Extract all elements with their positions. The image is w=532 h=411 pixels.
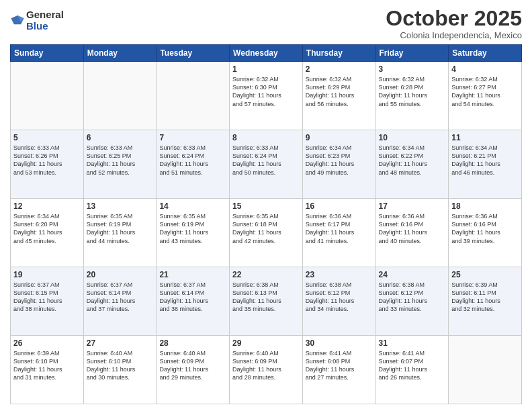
- table-cell: 23Sunrise: 6:38 AM Sunset: 6:12 PM Dayli…: [302, 267, 375, 336]
- logo: General Blue: [10, 9, 64, 32]
- table-cell: 2Sunrise: 6:32 AM Sunset: 6:29 PM Daylig…: [302, 62, 375, 130]
- page: General Blue October 2025 Colonia Indepe…: [0, 0, 532, 411]
- table-cell: 13Sunrise: 6:35 AM Sunset: 6:19 PM Dayli…: [83, 199, 157, 267]
- day-info: Sunrise: 6:32 AM Sunset: 6:29 PM Dayligh…: [306, 75, 373, 108]
- calendar-week-row: 12Sunrise: 6:34 AM Sunset: 6:20 PM Dayli…: [11, 199, 522, 267]
- table-cell: 11Sunrise: 6:34 AM Sunset: 6:21 PM Dayli…: [449, 130, 522, 199]
- col-saturday: Saturday: [449, 45, 522, 62]
- table-cell: 16Sunrise: 6:36 AM Sunset: 6:17 PM Dayli…: [302, 199, 375, 267]
- title-block: October 2025 Colonia Independencia, Mexi…: [386, 7, 522, 40]
- day-number: 1: [232, 64, 300, 74]
- day-number: 19: [13, 270, 81, 279]
- day-number: 23: [306, 270, 373, 279]
- table-cell: 9Sunrise: 6:34 AM Sunset: 6:23 PM Daylig…: [302, 130, 375, 199]
- table-cell: 28Sunrise: 6:40 AM Sunset: 6:09 PM Dayli…: [157, 336, 230, 404]
- table-cell: 14Sunrise: 6:35 AM Sunset: 6:19 PM Dayli…: [157, 199, 230, 267]
- day-number: 13: [87, 201, 154, 211]
- day-number: 31: [379, 338, 446, 348]
- calendar-header-row: Sunday Monday Tuesday Wednesday Thursday…: [11, 45, 522, 62]
- table-cell: 6Sunrise: 6:33 AM Sunset: 6:25 PM Daylig…: [83, 130, 157, 199]
- calendar-week-row: 26Sunrise: 6:39 AM Sunset: 6:10 PM Dayli…: [11, 336, 522, 404]
- header: General Blue October 2025 Colonia Indepe…: [10, 7, 522, 40]
- day-info: Sunrise: 6:34 AM Sunset: 6:20 PM Dayligh…: [13, 212, 81, 245]
- subtitle: Colonia Independencia, Mexico: [386, 30, 522, 40]
- day-number: 2: [306, 64, 373, 74]
- table-cell: 4Sunrise: 6:32 AM Sunset: 6:27 PM Daylig…: [449, 62, 522, 130]
- table-cell: 21Sunrise: 6:37 AM Sunset: 6:14 PM Dayli…: [157, 267, 230, 336]
- day-info: Sunrise: 6:39 AM Sunset: 6:10 PM Dayligh…: [13, 349, 81, 382]
- day-info: Sunrise: 6:40 AM Sunset: 6:09 PM Dayligh…: [159, 349, 226, 382]
- day-info: Sunrise: 6:33 AM Sunset: 6:26 PM Dayligh…: [13, 144, 81, 177]
- calendar-week-row: 19Sunrise: 6:37 AM Sunset: 6:15 PM Dayli…: [11, 267, 522, 336]
- day-info: Sunrise: 6:33 AM Sunset: 6:24 PM Dayligh…: [232, 144, 300, 177]
- day-info: Sunrise: 6:38 AM Sunset: 6:12 PM Dayligh…: [306, 281, 373, 314]
- table-cell: 26Sunrise: 6:39 AM Sunset: 6:10 PM Dayli…: [11, 336, 84, 404]
- day-info: Sunrise: 6:41 AM Sunset: 6:08 PM Dayligh…: [306, 349, 373, 382]
- day-info: Sunrise: 6:36 AM Sunset: 6:16 PM Dayligh…: [379, 212, 446, 245]
- table-cell: 10Sunrise: 6:34 AM Sunset: 6:22 PM Dayli…: [375, 130, 449, 199]
- table-cell: 30Sunrise: 6:41 AM Sunset: 6:08 PM Dayli…: [302, 336, 375, 404]
- day-info: Sunrise: 6:38 AM Sunset: 6:12 PM Dayligh…: [379, 281, 446, 314]
- day-number: 18: [451, 201, 519, 211]
- table-cell: 8Sunrise: 6:33 AM Sunset: 6:24 PM Daylig…: [230, 130, 303, 199]
- col-wednesday: Wednesday: [230, 45, 303, 62]
- day-number: 6: [87, 133, 154, 142]
- day-number: 28: [159, 338, 226, 348]
- col-friday: Friday: [375, 45, 449, 62]
- day-info: Sunrise: 6:37 AM Sunset: 6:15 PM Dayligh…: [13, 281, 81, 314]
- day-number: 11: [451, 133, 519, 142]
- table-cell: 25Sunrise: 6:39 AM Sunset: 6:11 PM Dayli…: [449, 267, 522, 336]
- day-info: Sunrise: 6:41 AM Sunset: 6:07 PM Dayligh…: [379, 349, 446, 382]
- day-info: Sunrise: 6:32 AM Sunset: 6:27 PM Dayligh…: [451, 75, 519, 108]
- table-cell: 29Sunrise: 6:40 AM Sunset: 6:09 PM Dayli…: [230, 336, 303, 404]
- day-info: Sunrise: 6:35 AM Sunset: 6:18 PM Dayligh…: [232, 212, 300, 245]
- day-number: 16: [306, 201, 373, 211]
- day-number: 29: [232, 338, 300, 348]
- day-number: 12: [13, 201, 81, 211]
- table-cell: 24Sunrise: 6:38 AM Sunset: 6:12 PM Dayli…: [375, 267, 449, 336]
- day-info: Sunrise: 6:36 AM Sunset: 6:16 PM Dayligh…: [451, 212, 519, 245]
- col-tuesday: Tuesday: [157, 45, 230, 62]
- day-number: 21: [159, 270, 226, 279]
- day-number: 15: [232, 201, 300, 211]
- table-cell: 12Sunrise: 6:34 AM Sunset: 6:20 PM Dayli…: [11, 199, 84, 267]
- day-number: 5: [13, 133, 81, 142]
- day-info: Sunrise: 6:38 AM Sunset: 6:13 PM Dayligh…: [232, 281, 300, 314]
- table-cell: 3Sunrise: 6:32 AM Sunset: 6:28 PM Daylig…: [375, 62, 449, 130]
- table-cell: 5Sunrise: 6:33 AM Sunset: 6:26 PM Daylig…: [11, 130, 84, 199]
- day-number: 24: [379, 270, 446, 279]
- day-info: Sunrise: 6:40 AM Sunset: 6:09 PM Dayligh…: [232, 349, 300, 382]
- table-cell: 1Sunrise: 6:32 AM Sunset: 6:30 PM Daylig…: [230, 62, 303, 130]
- day-number: 17: [379, 201, 446, 211]
- logo-icon: [10, 13, 25, 28]
- day-info: Sunrise: 6:36 AM Sunset: 6:17 PM Dayligh…: [306, 212, 373, 245]
- day-info: Sunrise: 6:40 AM Sunset: 6:10 PM Dayligh…: [87, 349, 154, 382]
- day-number: 7: [159, 133, 226, 142]
- logo-blue: Blue: [26, 21, 64, 32]
- day-number: 14: [159, 201, 226, 211]
- day-number: 3: [379, 64, 446, 74]
- calendar-week-row: 5Sunrise: 6:33 AM Sunset: 6:26 PM Daylig…: [11, 130, 522, 199]
- day-info: Sunrise: 6:32 AM Sunset: 6:28 PM Dayligh…: [379, 75, 446, 108]
- calendar-table: Sunday Monday Tuesday Wednesday Thursday…: [10, 44, 522, 404]
- table-cell: 27Sunrise: 6:40 AM Sunset: 6:10 PM Dayli…: [83, 336, 157, 404]
- day-number: 4: [451, 64, 519, 74]
- table-cell: [83, 62, 157, 130]
- table-cell: 17Sunrise: 6:36 AM Sunset: 6:16 PM Dayli…: [375, 199, 449, 267]
- table-cell: 20Sunrise: 6:37 AM Sunset: 6:14 PM Dayli…: [83, 267, 157, 336]
- col-monday: Monday: [83, 45, 157, 62]
- day-info: Sunrise: 6:33 AM Sunset: 6:24 PM Dayligh…: [159, 144, 226, 177]
- table-cell: 22Sunrise: 6:38 AM Sunset: 6:13 PM Dayli…: [230, 267, 303, 336]
- calendar-week-row: 1Sunrise: 6:32 AM Sunset: 6:30 PM Daylig…: [11, 62, 522, 130]
- day-info: Sunrise: 6:37 AM Sunset: 6:14 PM Dayligh…: [87, 281, 154, 314]
- day-info: Sunrise: 6:34 AM Sunset: 6:23 PM Dayligh…: [306, 144, 373, 177]
- day-number: 10: [379, 133, 446, 142]
- day-info: Sunrise: 6:32 AM Sunset: 6:30 PM Dayligh…: [232, 75, 300, 108]
- col-sunday: Sunday: [11, 45, 84, 62]
- table-cell: 7Sunrise: 6:33 AM Sunset: 6:24 PM Daylig…: [157, 130, 230, 199]
- day-info: Sunrise: 6:37 AM Sunset: 6:14 PM Dayligh…: [159, 281, 226, 314]
- day-number: 9: [306, 133, 373, 142]
- day-number: 8: [232, 133, 300, 142]
- day-number: 30: [306, 338, 373, 348]
- table-cell: 15Sunrise: 6:35 AM Sunset: 6:18 PM Dayli…: [230, 199, 303, 267]
